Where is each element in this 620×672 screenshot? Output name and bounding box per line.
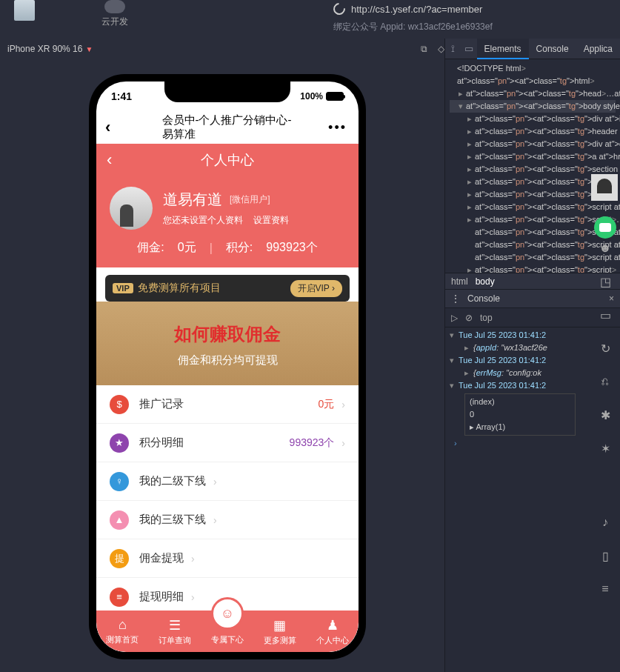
url-bar: http://cs1.ysef.cn/?ac=member [333,3,482,15]
tab-application[interactable]: Applica [576,39,620,59]
menu-icon[interactable]: ≡ [594,578,616,600]
list-value: 0元 [319,398,335,411]
appid-text: 绑定公众号 Appid: wx13acf26e1e6933ef [333,21,493,33]
cloud-dev-label: 云开发 [101,16,128,28]
filter-icon[interactable]: ⊘ [465,313,473,323]
more-icon[interactable]: ••• [328,120,347,136]
profile-avatar-tool[interactable] [591,174,618,201]
list-item[interactable]: ♀我的二级下线› [96,462,359,501]
sim-tools: ⧉ ◇ [421,44,444,54]
cloud-dev-button[interactable]: 云开发 [101,0,128,28]
page-back-icon[interactable]: ‹ [107,150,112,170]
folder-icon[interactable]: ▭ [594,304,616,326]
reload-icon[interactable] [331,1,348,18]
list-icon: 提 [110,549,129,568]
back-icon[interactable]: ‹ [105,118,110,137]
rotate-icon[interactable]: ◇ [438,44,444,54]
tab-icon: ⌂ [119,617,127,633]
mobile-icon[interactable]: ▯ [594,545,616,567]
user-icon[interactable]: ☻ [594,237,616,259]
copy-icon[interactable]: ⧉ [421,44,427,54]
list-item[interactable]: ★积分明细993923个› [96,424,359,462]
tab-console[interactable]: Console [529,39,576,59]
console-table[interactable]: (index)0▸ Array(1) [464,393,576,436]
cloud-icon [104,0,125,13]
context-selector[interactable]: top [480,313,493,323]
clock: 1:41 [111,90,132,102]
list-item[interactable]: 提佣金提现› [96,539,359,578]
dom-row[interactable]: ▸at">class="pn"><at">class="tg">div at">… [450,138,616,150]
drawer-menu-icon[interactable]: ⋮ [451,293,460,304]
list-item[interactable]: ▲我的三级下线› [96,501,359,539]
chevron-right-icon: › [213,514,217,526]
edit-profile-link[interactable]: 设置资料 [253,214,289,227]
list-icon: ▲ [110,510,129,530]
tab-item[interactable]: ▦更多测算 [253,611,306,652]
tab-label: 测算首页 [106,634,139,645]
tab-item[interactable]: ☰订单查询 [149,611,201,652]
tab-item[interactable]: ☺专属下心 [201,611,254,652]
dom-row[interactable]: ▸at">class="pn"><at">class="tg">head>…at… [450,87,616,100]
chevron-right-icon: › [191,591,195,603]
inspect-icon[interactable]: ⟟ [445,43,461,55]
vip-banner[interactable]: VIP 免费测算所有项目 开启VIP › [105,275,350,302]
phone-screen: 1:41 100% ‹ 会员中-个人推广分销中心-易算准 ••• ‹ 个人中心 … [96,81,359,652]
phone-frame: 1:41 100% ‹ 会员中-个人推广分销中心-易算准 ••• ‹ 个人中心 … [89,74,366,659]
list-label: 提现明细 [139,590,184,604]
tab-icon: ☰ [169,617,181,633]
battery: 100% [300,91,344,102]
url-text[interactable]: http://cs1.ysef.cn/?ac=member [351,4,482,15]
battery-pct: 100% [300,91,323,102]
simulator-status-bar: iPhone XR 90% 16 ▼ ⧉ ◇ [0,39,444,59]
tab-elements[interactable]: Elements [477,39,529,59]
list-item[interactable]: $推广记录0元› [96,385,359,424]
promo-banner[interactable]: 如何赚取佣金 佣金和积分均可提现 [96,302,359,385]
tab-label: 订单查询 [159,635,191,646]
music-icon[interactable]: ♪ [594,511,616,533]
dom-row[interactable]: ▸at">class="pn"><at">class="tg">header a… [450,125,616,138]
dropdown-icon[interactable]: ▼ [85,45,93,53]
list-value: 993923个 [290,436,335,450]
username: 道易有道 [163,190,222,210]
chevron-right-icon: › [341,399,345,410]
battery-icon [326,92,344,101]
vip-button[interactable]: 开启VIP › [290,280,342,297]
commission-value: 0元 [178,240,196,256]
crumb-html[interactable]: html [451,276,468,287]
commission-label: 佣金: [137,240,164,256]
refresh-icon[interactable]: ↻ [594,337,616,359]
list-label: 推广记录 [139,397,184,411]
profile-hint: 您还未设置个人资料 [163,214,243,227]
console-label: Console [467,293,500,304]
list-label: 我的三级下线 [139,513,206,527]
chevron-right-icon: › [341,437,345,449]
list-label: 我的二级下线 [139,474,206,488]
clear-console-icon[interactable]: ▷ [451,313,458,323]
tab-item[interactable]: ⌂测算首页 [96,611,149,652]
compass-icon[interactable]: ✶ [594,437,616,459]
dom-row[interactable]: ▾at">class="pn"><at">class="tg">body sty… [450,100,616,113]
avatar[interactable] [110,187,153,230]
dom-row[interactable]: <!DOCTYPE html> [450,62,616,75]
list-icon: ★ [110,433,129,453]
page-header: ‹ 个人中心 [96,144,359,176]
promo-subtitle: 佣金和积分均可提现 [96,353,359,367]
tab-icon: ▦ [273,617,286,633]
center-tab-icon[interactable]: ☺ [211,597,244,630]
crumb-body[interactable]: body [476,276,495,287]
dom-row[interactable]: at">class="pn"><at">class="tg">html> [450,75,616,87]
dom-row[interactable]: ▸at">class="pn"><at">class="tg">div at">… [450,113,616,125]
atom-icon[interactable]: ✱ [594,404,616,426]
project-thumbnail[interactable] [14,0,35,21]
list-icon: $ [110,395,129,414]
tab-item[interactable]: ♟个人中心 [306,611,359,652]
cube-icon[interactable]: ◳ [594,270,616,293]
branch-icon[interactable]: ⎌ [594,370,616,393]
device-icon[interactable]: ▭ [461,43,476,54]
tab-icon: ♟ [327,617,339,633]
device-selector[interactable]: iPhone XR 90% 16 [7,44,82,54]
points-value: 993923个 [266,240,317,256]
page-title: 个人中心 [201,151,254,169]
chat-bubble-icon[interactable] [594,216,616,239]
dom-row[interactable]: ▸at">class="pn"><at">class="tg">a at">hr… [450,150,616,163]
